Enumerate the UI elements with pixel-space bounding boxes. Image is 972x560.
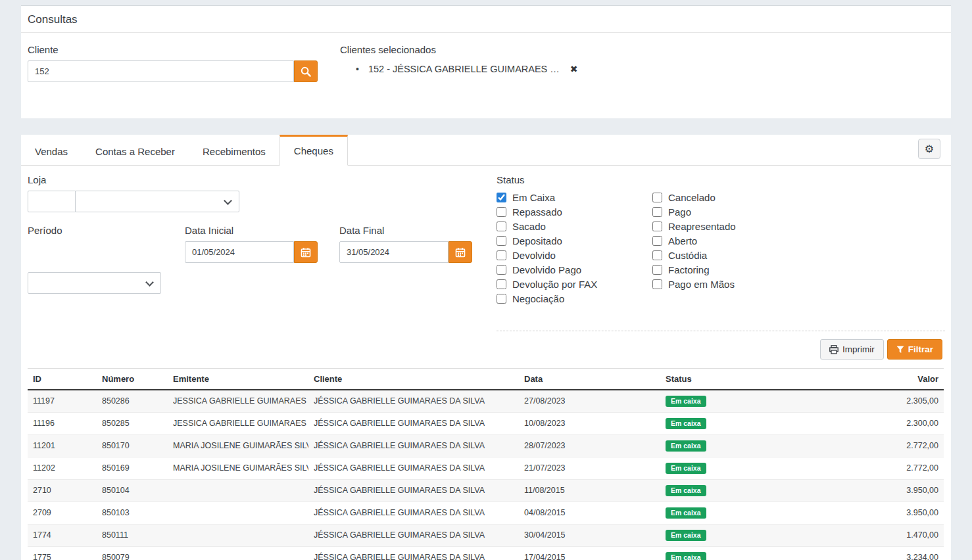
status-checkbox-depositado[interactable] [497, 236, 506, 246]
status-checkbox-negociacao[interactable] [497, 294, 506, 304]
data-final-label: Data Final [339, 225, 384, 236]
tab-contas-a-receber[interactable]: Contas a Receber [82, 135, 189, 166]
imprimir-button[interactable]: Imprimir [820, 339, 884, 360]
table-header-row: IDNúmeroEmitenteClienteDataStatusValor [28, 369, 944, 390]
status-checkbox-factoring[interactable] [652, 265, 662, 275]
tab-vendas[interactable]: Vendas [21, 135, 82, 166]
status-option-depositado[interactable]: Depositado [497, 233, 597, 248]
status-checkbox-cancelado[interactable] [652, 193, 662, 202]
cell-status: Em caixa [660, 525, 792, 547]
status-option-devolvido-pago[interactable]: Devolvido Pago [497, 262, 597, 277]
loja-select[interactable] [75, 191, 239, 212]
table-body: 11197850286JESSICA GABRIELLE GUIMARAES D… [28, 390, 944, 560]
status-option-sacado[interactable]: Sacado [497, 219, 597, 233]
table-row: 11201850170MARIA JOSILENE GUIMARÃES SILV… [28, 435, 944, 457]
status-option-devolucao-por-fax[interactable]: Devolução por FAX [497, 277, 597, 291]
remove-client-icon[interactable]: ✖ [570, 64, 578, 74]
clientes-selecionados-label: Clientes selecionados [340, 44, 578, 55]
periodo-select[interactable] [28, 272, 161, 294]
cell-numero: 850104 [97, 480, 168, 502]
cheques-table: IDNúmeroEmitenteClienteDataStatusValor 1… [28, 368, 944, 560]
cell-id: 2710 [28, 480, 97, 502]
cell-numero: 850286 [97, 390, 168, 413]
status-option-custodia[interactable]: Custódia [652, 248, 736, 262]
status-option-label: Devolução por FAX [512, 279, 597, 290]
status-option-label: Aberto [668, 235, 697, 246]
status-checkbox-devolucao-por-fax[interactable] [497, 279, 506, 289]
column-header-cliente: Cliente [308, 369, 519, 390]
cell-cliente: JÉSSICA GABRIELLE GUIMARAES DA SILVA [308, 413, 519, 435]
selected-client-text: 152 - JÉSSICA GABRIELLE GUIMARAES … [368, 64, 560, 74]
cell-status: Em caixa [660, 502, 792, 525]
cell-id: 11197 [28, 390, 97, 413]
status-option-factoring[interactable]: Factoring [652, 262, 736, 277]
data-final-input[interactable] [339, 241, 449, 263]
status-option-devolvido[interactable]: Devolvido [497, 248, 597, 262]
status-badge: Em caixa [666, 440, 706, 452]
cliente-search-button[interactable] [294, 60, 318, 82]
status-option-pago[interactable]: Pago [652, 204, 736, 219]
status-badge: Em caixa [666, 418, 706, 429]
status-checkbox-pago-em-maos[interactable] [652, 279, 662, 289]
cliente-search-input[interactable] [28, 60, 294, 82]
bullet-icon: • [356, 64, 359, 74]
settings-button[interactable]: ⚙ [918, 139, 940, 159]
loja-label: Loja [28, 174, 46, 185]
status-checkbox-devolvido-pago[interactable] [497, 265, 506, 275]
table-row: 2709850103JÉSSICA GABRIELLE GUIMARAES DA… [28, 502, 944, 525]
loja-code-input[interactable] [28, 191, 76, 212]
status-badge: Em caixa [666, 463, 706, 474]
cell-emitente [168, 480, 308, 502]
status-checkbox-em-caixa[interactable] [497, 193, 506, 202]
printer-icon [829, 345, 838, 354]
status-option-pago-em-maos[interactable]: Pago em Mãos [652, 277, 736, 291]
data-inicial-input[interactable] [185, 241, 294, 263]
cell-cliente: JÉSSICA GABRIELLE GUIMARAES DA SILVA [308, 480, 519, 502]
status-option-repassado[interactable]: Repassado [497, 204, 597, 219]
cell-cliente: JÉSSICA GABRIELLE GUIMARAES DA SILVA [308, 525, 519, 547]
cell-numero: 850103 [97, 502, 168, 525]
status-checkbox-aberto[interactable] [652, 236, 662, 246]
cell-status: Em caixa [660, 547, 792, 560]
status-checkbox-custodia[interactable] [652, 250, 662, 260]
cell-id: 2709 [28, 502, 97, 525]
cell-valor: 2.772,00 [792, 435, 944, 457]
status-checkbox-devolvido[interactable] [497, 250, 506, 260]
filtrar-button[interactable]: Filtrar [887, 339, 942, 360]
cell-valor: 2.305,00 [792, 390, 944, 413]
status-option-label: Negociação [512, 293, 564, 304]
cell-id: 1775 [28, 547, 97, 560]
table-row: 11196850285JESSICA GABRIELLE GUIMARAES D… [28, 413, 944, 435]
status-option-label: Pago em Mãos [668, 279, 735, 290]
cell-data: 17/04/2015 [519, 547, 660, 560]
status-checkbox-pago[interactable] [652, 207, 662, 217]
status-checkbox-sacado[interactable] [497, 222, 506, 231]
cell-data: 30/04/2015 [519, 525, 660, 547]
status-option-aberto[interactable]: Aberto [652, 233, 736, 248]
cell-cliente: JÉSSICA GABRIELLE GUIMARAES DA SILVA [308, 457, 519, 480]
cell-status: Em caixa [660, 480, 792, 502]
status-option-em-caixa[interactable]: Em Caixa [497, 190, 597, 204]
cell-id: 11202 [28, 457, 97, 480]
status-option-label: Factoring [668, 264, 710, 275]
column-header-data: Data [519, 369, 660, 390]
data-inicial-calendar-button[interactable] [294, 241, 318, 263]
cell-emitente: JESSICA GABRIELLE GUIMARAES D… [168, 413, 308, 435]
status-option-label: Cancelado [668, 192, 716, 203]
column-header-numero: Número [97, 369, 168, 390]
cell-cliente: JÉSSICA GABRIELLE GUIMARAES DA SILVA [308, 547, 519, 560]
status-option-label: Repassado [512, 206, 562, 218]
cell-data: 10/08/2023 [519, 413, 660, 435]
status-option-negociacao[interactable]: Negociação [497, 291, 597, 306]
cell-valor: 2.300,00 [792, 413, 944, 435]
status-checkbox-reapresentado[interactable] [652, 222, 662, 231]
cell-numero: 850079 [97, 547, 168, 560]
cell-data: 04/08/2015 [519, 502, 660, 525]
data-final-calendar-button[interactable] [449, 241, 472, 263]
status-option-cancelado[interactable]: Cancelado [652, 190, 736, 204]
status-option-reapresentado[interactable]: Reapresentado [652, 219, 736, 233]
filtrar-label: Filtrar [908, 344, 933, 354]
tab-recebimentos[interactable]: Recebimentos [189, 135, 279, 166]
tab-cheques[interactable]: Cheques [279, 135, 348, 166]
status-checkbox-repassado[interactable] [497, 207, 506, 217]
